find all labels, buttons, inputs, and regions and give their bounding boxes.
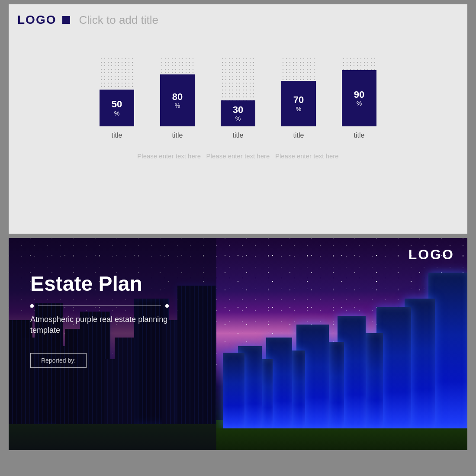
top-logo-text: LOGO: [17, 13, 56, 27]
bar-item-3: 30 % title: [221, 57, 255, 139]
bar-value-4: 70: [293, 95, 304, 105]
top-slide: LOGO Click to add title 50 % title 80 %: [9, 4, 467, 234]
bottom-slide: LOGO Estate Plan Atmospheric purple real…: [9, 238, 467, 450]
bottom-logo: LOGO: [408, 247, 454, 263]
bar-label-4: title: [293, 132, 304, 139]
placeholder-text-row: Please enter text here Please enter text…: [9, 152, 467, 164]
bar-container-3: 30 %: [221, 57, 255, 126]
bar-item-1: 50 % title: [100, 57, 134, 139]
bar-container-2: 80 %: [160, 57, 195, 126]
title-separator: [38, 306, 161, 306]
dot-left-icon: [30, 304, 34, 308]
reported-by-button[interactable]: Reported by:: [30, 353, 87, 368]
bar-unit-3: %: [235, 115, 241, 122]
bar-container-1: 50 %: [100, 57, 134, 126]
top-slide-header: LOGO Click to add title: [9, 4, 467, 35]
logo-square-icon: [62, 16, 70, 24]
bar-value-2: 80: [172, 92, 183, 102]
bar-value-1: 50: [112, 99, 122, 109]
bar-fill-3: 30 %: [221, 100, 255, 126]
bar-unit-2: %: [175, 102, 180, 109]
bar-value-3: 30: [233, 105, 243, 115]
bar-fill-4: 70 %: [281, 81, 316, 126]
bar-bg-3: [221, 57, 255, 105]
placeholder-text-3[interactable]: Please enter text here: [275, 152, 339, 160]
bar-unit-1: %: [114, 110, 119, 117]
bar-container-5: 90 %: [342, 57, 376, 126]
placeholder-text-1[interactable]: Please enter text here: [137, 152, 201, 160]
bar-label-5: title: [354, 132, 365, 139]
slide-content: Estate Plan Atmospheric purple real esta…: [30, 273, 169, 368]
bar-unit-4: %: [296, 106, 301, 113]
bar-value-5: 90: [354, 90, 364, 100]
bar-item-2: 80 % title: [160, 57, 195, 139]
bar-item-5: 90 % title: [342, 57, 376, 139]
bar-fill-5: 90 %: [342, 70, 376, 126]
bar-container-4: 70 %: [281, 57, 316, 126]
buildings-right: [199, 255, 467, 428]
slide-subtitle: Atmospheric purple real estate planning …: [30, 314, 169, 336]
bar-unit-5: %: [357, 100, 362, 107]
dot-right-icon: [165, 304, 169, 308]
bar-item-4: 70 % title: [281, 57, 316, 139]
main-title: Estate Plan: [30, 273, 169, 296]
slide-title-input[interactable]: Click to add title: [79, 13, 158, 27]
building-r12: [223, 353, 244, 428]
placeholder-text-2[interactable]: Please enter text here: [206, 152, 270, 160]
bar-label-2: title: [172, 132, 183, 139]
bar-label-1: title: [112, 132, 122, 139]
title-separator-line: [30, 304, 169, 308]
bar-chart: 50 % title 80 % title 30: [9, 48, 467, 144]
bar-fill-2: 80 %: [160, 74, 195, 126]
bar-label-3: title: [233, 132, 244, 139]
bar-fill-1: 50 %: [100, 90, 134, 126]
